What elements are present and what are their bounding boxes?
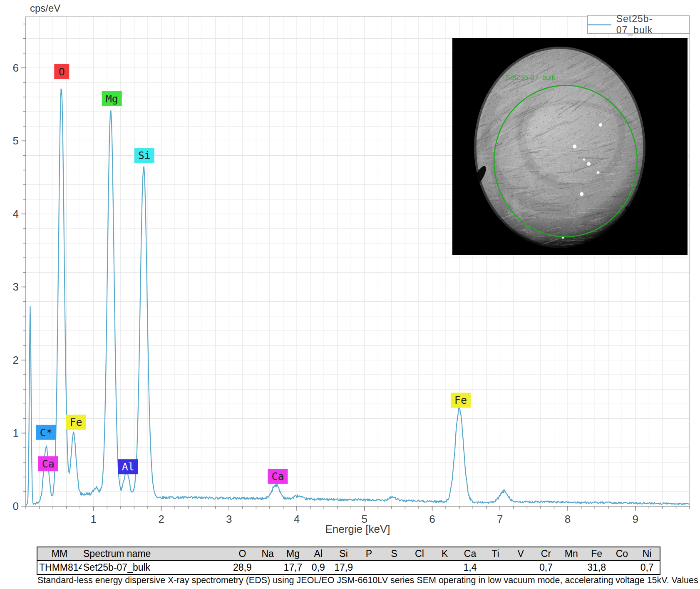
x-axis-title: Energie [keV] [26,523,690,536]
table-header-ni: Ni [635,547,660,560]
legend: Set25b-07_bulk [587,15,690,34]
table-header-al: Al [305,547,331,560]
element-label-Fe: Fe [451,393,471,408]
element-label-Ca: Ca [268,469,288,484]
table-header-fe: Fe [584,547,609,560]
svg-text:Ca: Ca [271,470,284,482]
table-header-o: O [230,547,255,560]
table-cell-v [508,560,534,574]
svg-text:Al: Al [122,461,134,473]
y-tick-label: 6 [13,62,19,74]
table-header-ti: Ti [483,547,508,560]
element-label-Fe: Fe [66,415,86,430]
table-cell-spectrum-name: Set25b-07_bulk [82,560,230,574]
svg-text:Fe: Fe [70,416,82,428]
table-body: THMM814Set25b-07_bulk28,917,70,917,91,40… [37,560,660,574]
table-header-si: Si [331,547,356,560]
y-axis-unit-label: cps/eV [30,2,60,14]
table-header-cl: Cl [407,547,432,560]
table-cell-co [609,560,635,574]
y-tick-label: 2 [13,354,19,366]
table-cell-al: 0,9 [305,560,331,574]
y-tick-label: 4 [13,208,19,220]
table-cell-ti [483,560,508,574]
table-header-na: Na [255,547,280,560]
legend-series-label: Set25b-07_bulk [616,13,689,36]
table-header-p: P [356,547,382,560]
y-tick-label: 5 [13,134,19,147]
table-cell-k [432,560,457,574]
element-labels: OMgSiC*CaFeAlCaFe [36,64,471,484]
element-label-Al: Al [118,459,138,474]
table-header-cr: Cr [534,547,559,560]
table-header-spectrum-name: Spectrum name [82,547,230,560]
table-cell-ni: 0,7 [635,560,660,574]
y-tick-label: 1 [13,427,19,439]
caption: Standard-less energy dispersive X-ray sp… [37,575,700,586]
svg-text:C*: C* [40,427,52,439]
table-cell-s [382,560,407,574]
svg-text:Si: Si [138,149,151,162]
y-tick-label: 0 [13,500,19,512]
y-tick-label: 3 [13,281,19,293]
svg-text:Ca: Ca [42,458,55,470]
svg-text:Mg: Mg [106,93,118,105]
element-label-O: O [54,64,69,79]
element-label-Ca: Ca [38,456,58,471]
legend-line-swatch [588,24,611,25]
table-cell-cl [407,560,432,574]
svg-text:Fe: Fe [454,394,467,406]
element-label-Si: Si [134,148,154,163]
element-label-Mg: Mg [102,91,122,106]
table-head: MMSpectrum nameONaMgAlSiPSClKCaTiVCrMnFe… [37,547,660,560]
table-header-s: S [382,547,407,560]
table-header-k: K [432,547,457,560]
sem-inset-image [452,38,688,255]
table-cell-si: 17,9 [331,560,356,574]
table-cell-mm: THMM814 [37,560,82,574]
table-header-mn: Mn [559,547,584,560]
table-cell-fe: 31,8 [584,560,609,574]
table-cell-p [356,560,382,574]
table-header-mm: MM [37,547,82,560]
table-cell-mg: 17,7 [280,560,306,574]
eds-report-page: OMgSiC*CaFeAlCaFe1234567890123456 cps/eV… [0,0,700,589]
table-cell-na [255,560,280,574]
table-header-row: MMSpectrum nameONaMgAlSiPSClKCaTiVCrMnFe… [37,547,660,560]
table-cell-ca: 1,4 [457,560,483,574]
table-header-mg: Mg [280,547,306,560]
table-header-v: V [508,547,534,560]
table-cell-mn [559,560,584,574]
table-header-ca: Ca [457,547,483,560]
table-header-co: Co [609,547,635,560]
composition-table: MMSpectrum nameONaMgAlSiPSClKCaTiVCrMnFe… [37,547,660,575]
element-label-C: C* [36,425,56,440]
svg-text:O: O [59,66,65,78]
table-row: THMM814Set25b-07_bulk28,917,70,917,91,40… [37,560,660,574]
table-cell-o: 28,9 [230,560,255,574]
table-cell-cr: 0,7 [534,560,559,574]
